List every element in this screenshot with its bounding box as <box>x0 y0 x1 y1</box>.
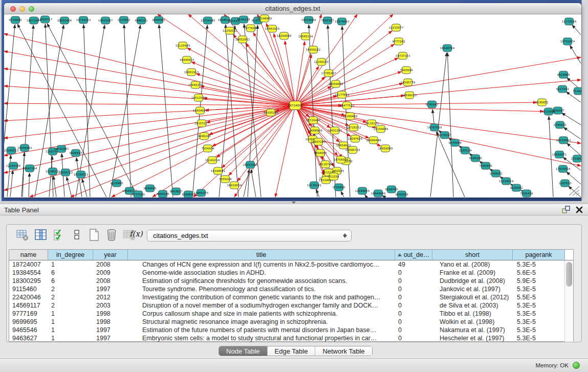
table-cell[interactable]: 1997 <box>93 334 128 342</box>
graph-node[interactable]: 16648784 <box>440 45 455 52</box>
graph-node[interactable]: 13804021 <box>193 107 208 114</box>
table-cell[interactable]: Corpus callosum shape and size in male p… <box>128 310 395 318</box>
graph-node[interactable]: 1527602 <box>118 16 130 24</box>
graph-node[interactable]: 753426 <box>573 87 581 95</box>
graph-node[interactable]: 7485387 <box>321 17 334 24</box>
graph-node[interactable]: 10974093 <box>335 18 350 25</box>
graph-node[interactable]: 14595779 <box>401 79 416 86</box>
graph-node[interactable]: 16940910 <box>180 56 194 63</box>
table-cell[interactable]: 1998 <box>93 310 128 318</box>
table-cell[interactable]: 9463627 <box>9 334 48 342</box>
table-cell[interactable]: 0 <box>395 326 432 334</box>
table-cell[interactable]: 2 <box>48 293 93 301</box>
table-cell[interactable]: Embryonic stem cells: a model to study s… <box>128 334 395 342</box>
graph-node[interactable]: 10234519 <box>499 178 514 185</box>
table-cell[interactable]: Changes of HCN gene expression and I(f) … <box>128 260 395 269</box>
graph-node[interactable]: 752254 <box>328 173 339 180</box>
table-cell[interactable]: 19384554 <box>9 269 48 277</box>
graph-node[interactable]: 8724640 <box>9 16 22 24</box>
table-cell[interactable]: Estimation of significance thresholds fo… <box>128 277 395 285</box>
graph-node[interactable]: 16199521 <box>74 171 89 178</box>
graph-node[interactable]: 16210643 <box>556 137 571 144</box>
graph-node[interactable]: 12160468 <box>343 113 358 120</box>
table-row[interactable]: 977716911998Corpus callosum shape and si… <box>9 310 573 318</box>
tab-node-table[interactable]: Node Table <box>219 346 268 356</box>
graph-node[interactable]: 15154989 <box>374 125 388 133</box>
graph-node[interactable]: 17016504 <box>556 165 571 172</box>
graph-node[interactable]: 1595851 <box>536 99 549 106</box>
table-cell[interactable]: 18724007 <box>9 260 48 269</box>
graph-node[interactable]: 15045493 <box>17 144 32 151</box>
table-cell[interactable]: 6 <box>48 269 93 277</box>
network-window-titlebar[interactable]: citations_edges.txt <box>4 3 581 14</box>
graph-node[interactable]: 6466161 <box>135 17 148 24</box>
graph-node[interactable]: 14851251 <box>328 127 342 134</box>
table-cell[interactable]: Wolkin et al. (1998) <box>432 318 513 326</box>
table-cell[interactable]: 5.9E-5 <box>513 277 565 285</box>
table-cell[interactable]: 2008 <box>93 260 128 269</box>
graph-node[interactable]: 9440561 <box>153 16 165 24</box>
graph-node[interactable]: 19344641 <box>211 167 226 174</box>
table-cell[interactable]: 0 <box>395 318 432 326</box>
scrollbar-thumb[interactable] <box>566 262 572 287</box>
table-cell[interactable]: Structural magnetic resonance image aver… <box>128 318 395 326</box>
float-window-icon[interactable] <box>562 206 571 214</box>
table-cell[interactable]: 5.3E-5 <box>513 301 565 310</box>
graph-node[interactable]: 9465546 <box>157 190 169 198</box>
graph-node[interactable]: 15751074 <box>560 38 575 45</box>
graph-node[interactable]: 19565154 <box>298 33 313 40</box>
table-row[interactable]: 1830029562008Estimation of significance … <box>9 277 573 285</box>
table-cell[interactable]: Disruption of a novel member of a sodium… <box>128 301 395 310</box>
graph-node[interactable]: 16477510 <box>340 102 355 109</box>
graph-node[interactable]: 15720407 <box>306 117 321 124</box>
table-cell[interactable]: 0 <box>395 285 432 293</box>
table-cell[interactable]: Jankovic et al. (1997) <box>432 285 513 293</box>
graph-node[interactable]: 20053346 <box>243 161 258 168</box>
graph-node[interactable]: 15845371 <box>188 81 203 89</box>
table-cell[interactable]: Nakamura et al. (1997) <box>432 326 513 334</box>
table-cell[interactable]: 9465546 <box>9 326 48 334</box>
tab-edge-table[interactable]: Edge Table <box>268 346 316 356</box>
row-height-icon[interactable] <box>70 228 83 242</box>
table-cell[interactable]: 2012 <box>93 293 128 301</box>
table-cell[interactable]: 5.3E-5 <box>513 326 565 334</box>
table-cell[interactable]: Investigating the contribution of common… <box>128 293 395 301</box>
function-builder-button[interactable]: f(x) <box>129 229 143 238</box>
close-icon[interactable] <box>575 206 583 214</box>
graph-node[interactable]: 12775083 <box>244 25 258 32</box>
graph-node[interactable]: 9329966 <box>557 71 570 78</box>
graph-hub-node[interactable]: 18724007 <box>288 101 303 110</box>
table-cell[interactable]: 2 <box>48 301 93 310</box>
graph-node[interactable]: 19734103 <box>76 16 91 24</box>
table-cell[interactable]: de Silva et al. (2003) <box>432 301 513 310</box>
graph-node[interactable]: 12204786 <box>6 162 21 169</box>
table-cell[interactable]: 0 <box>395 310 432 318</box>
graph-node[interactable]: 10716253 <box>346 124 361 131</box>
table-row[interactable]: 1456911722003Disruption of a novel membe… <box>9 301 573 310</box>
select-columns-icon[interactable] <box>53 228 66 242</box>
table-row[interactable]: 1938455462009Genome-wide association stu… <box>9 269 573 277</box>
graph-node[interactable]: 2935114 <box>459 147 472 154</box>
table-cell[interactable]: 5.3E-5 <box>513 285 565 293</box>
graph-node[interactable]: 14767059 <box>427 124 442 131</box>
table-cell[interactable]: 5.3E-5 <box>513 318 565 326</box>
table-cell[interactable]: 1998 <box>93 318 128 326</box>
network-canvas-area[interactable]: 8724640106710441405571720891406197341031… <box>4 14 581 198</box>
table-cell[interactable]: Yano et al. (2008) <box>432 260 513 269</box>
table-cell[interactable]: Genome-wide association studies in ADHD. <box>128 269 395 277</box>
table-cell[interactable]: 5.3E-5 <box>513 260 565 269</box>
column-header-in_degree[interactable]: in_degree <box>48 250 93 260</box>
table-cell[interactable]: Hescheler et al. (1997) <box>432 334 513 342</box>
table-cell[interactable]: Estimation of the future numbers of pati… <box>128 326 395 334</box>
graph-node[interactable]: 9463627 <box>170 188 183 195</box>
table-cell[interactable]: 49 <box>395 260 432 269</box>
column-header-short[interactable]: short <box>432 250 513 260</box>
graph-node[interactable]: 10653287 <box>98 17 113 24</box>
table-row[interactable]: 2242004622012Investigating the contribut… <box>9 293 573 301</box>
graph-node[interactable]: 10599215 <box>402 92 417 99</box>
graph-node[interactable]: 16341014 <box>205 157 220 164</box>
graph-node[interactable]: 12125449 <box>176 42 190 49</box>
table-cell[interactable]: Franke et al. (2009) <box>432 269 513 277</box>
table-cell[interactable]: 5.3E-5 <box>513 334 565 342</box>
graph-node[interactable]: 9245008 <box>396 191 408 198</box>
